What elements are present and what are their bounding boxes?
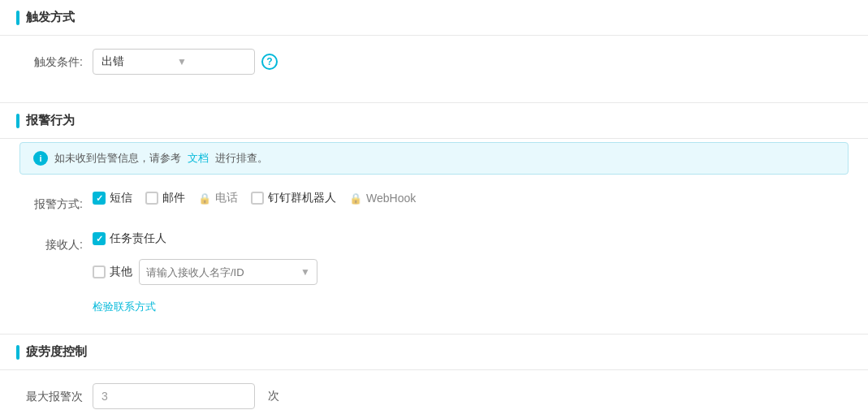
max-alerts-content: 次 [93, 383, 849, 409]
label-other: 其他 [110, 265, 132, 279]
fatigue-form-section: 最大报警次数: 次 [0, 370, 868, 410]
max-alerts-row: 最大报警次数: 次 [19, 383, 849, 410]
trigger-condition-row: 触发条件: 出错 ▼ ? [19, 49, 849, 75]
trigger-condition-value: 出错 [101, 54, 171, 69]
blue-bar-alert [16, 114, 19, 128]
alert-form-section: 报警方式: 短信 邮件 🔒 电话 [0, 188, 868, 334]
checkbox-dingtalk[interactable] [251, 192, 264, 205]
alert-section-header: 报警行为 [0, 103, 868, 139]
recipient-row: 接收人: 任务责任人 其他 ▼ [19, 231, 849, 285]
trigger-condition-select[interactable]: 出错 ▼ [93, 49, 255, 75]
alert-method-sms[interactable]: 短信 [93, 191, 132, 205]
label-email: 邮件 [162, 191, 185, 205]
checkbox-sms[interactable] [93, 192, 106, 205]
blue-bar-trigger [16, 11, 19, 25]
checkbox-email[interactable] [145, 192, 158, 205]
info-doc-link[interactable]: 文档 [188, 151, 209, 166]
trigger-section-header: 触发方式 [0, 0, 868, 36]
recipient-input[interactable] [140, 266, 300, 278]
recipient-input-wrap: ▼ [139, 259, 317, 285]
alert-method-label: 报警方式: [19, 191, 93, 217]
chevron-down-icon: ▼ [177, 56, 246, 67]
checkbox-other[interactable] [93, 265, 106, 278]
recipient-other-row: 其他 ▼ [93, 259, 317, 285]
label-task-owner: 任务责任人 [110, 231, 166, 246]
max-alerts-input[interactable] [93, 383, 255, 409]
help-icon[interactable]: ? [261, 54, 278, 70]
alert-methods-list: 短信 邮件 🔒 电话 钉钉群机器人 [93, 191, 416, 205]
alert-method-webhook[interactable]: 🔒 WebHook [349, 192, 416, 205]
label-webhook: WebHook [366, 192, 416, 205]
alert-method-email[interactable]: 邮件 [145, 191, 185, 205]
fatigue-section-header: 疲劳度控制 [0, 334, 868, 370]
recipient-chevron-icon: ▼ [300, 266, 317, 278]
blue-bar-fatigue [16, 345, 19, 360]
alert-section-title: 报警行为 [26, 113, 75, 128]
recipient-other[interactable]: 其他 [93, 265, 132, 279]
trigger-condition-content: 出错 ▼ ? [93, 49, 849, 75]
alert-method-phone[interactable]: 🔒 电话 [198, 191, 238, 205]
verify-link-row: 检验联系方式 [19, 300, 849, 314]
label-sms: 短信 [110, 191, 132, 205]
checkbox-task-owner[interactable] [93, 232, 106, 245]
max-alerts-label: 最大报警次数: [19, 383, 93, 410]
recipient-task-owner[interactable]: 任务责任人 [93, 231, 166, 246]
trigger-condition-label: 触发条件: [19, 49, 93, 75]
info-text-before: 如未收到告警信息，请参考 [54, 151, 181, 166]
lock-webhook-icon: 🔒 [349, 192, 362, 205]
page-container: 触发方式 触发条件: 出错 ▼ ? 报警行为 i 如未收到告警信息，请参考 [0, 0, 868, 410]
label-phone: 电话 [215, 191, 238, 205]
recipient-content: 任务责任人 其他 ▼ [93, 231, 849, 285]
recipient-label: 接收人: [19, 231, 93, 257]
lock-phone-icon: 🔒 [198, 192, 211, 205]
max-alerts-unit: 次 [268, 389, 279, 404]
verify-link[interactable]: 检验联系方式 [93, 300, 156, 314]
trigger-form-section: 触发条件: 出错 ▼ ? [0, 36, 868, 102]
info-banner: i 如未收到告警信息，请参考 文档 进行排查。 [19, 142, 849, 175]
info-text-after: 进行排查。 [215, 151, 268, 166]
alert-method-row: 报警方式: 短信 邮件 🔒 电话 [19, 191, 849, 217]
fatigue-section-title: 疲劳度控制 [26, 344, 87, 360]
info-icon: i [33, 151, 48, 166]
label-dingtalk: 钉钉群机器人 [268, 191, 336, 205]
trigger-section-title: 触发方式 [26, 10, 75, 25]
alert-method-dingtalk[interactable]: 钉钉群机器人 [251, 191, 336, 205]
alert-method-content: 短信 邮件 🔒 电话 钉钉群机器人 [93, 191, 849, 205]
